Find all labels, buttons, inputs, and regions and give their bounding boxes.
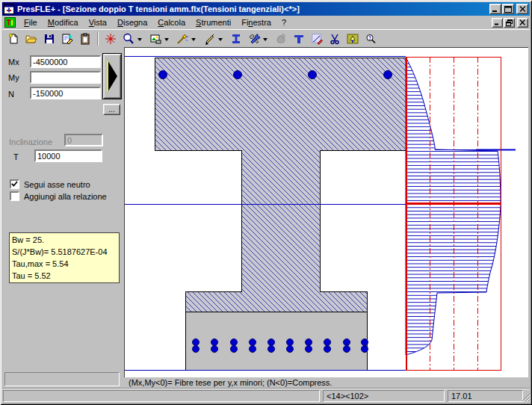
menu-bar: FileModificaVistaDisegnaCalcolaStrumenti…	[2, 16, 530, 29]
resize-grip[interactable]	[522, 393, 531, 404]
tools-button[interactable]	[245, 31, 263, 47]
status-hint: (Mx,My<0)= Fibre tese per y,x minori; (N…	[129, 377, 517, 388]
result-line: Tau,max = 5.54	[12, 258, 117, 270]
t-label: T	[13, 152, 19, 161]
t-section-icon	[293, 33, 305, 45]
cut-icon	[329, 33, 341, 45]
menu-strumenti[interactable]: Strumenti	[191, 16, 236, 29]
check-icon	[11, 181, 18, 188]
menu-disegna[interactable]: Disegna	[112, 16, 152, 29]
more-options-button[interactable]: ...	[103, 104, 120, 115]
n-label: N	[8, 90, 14, 99]
inclinazione-label: Inclinazione	[9, 137, 52, 146]
stirrup-button	[272, 31, 290, 47]
menu-finestra[interactable]: Finestra	[236, 16, 276, 29]
dropdown-arrow-icon[interactable]	[218, 38, 223, 43]
statusbar-cell-main	[3, 390, 320, 402]
new-button[interactable]	[4, 31, 22, 47]
mdi-close-icon	[519, 19, 526, 25]
origin-button[interactable]	[102, 31, 120, 47]
document-icon[interactable]	[4, 17, 16, 28]
close-icon	[519, 6, 526, 12]
mx-input[interactable]	[30, 55, 101, 68]
paste-button[interactable]	[76, 31, 94, 47]
find-button[interactable]	[362, 31, 380, 47]
t-input[interactable]	[34, 149, 102, 162]
menu-vista[interactable]: Vista	[84, 16, 112, 29]
view-button[interactable]	[146, 31, 164, 47]
toolbar-separator	[97, 32, 99, 46]
tools-icon	[248, 33, 260, 45]
maximize-icon	[504, 6, 512, 13]
checkbox-box[interactable]	[10, 179, 19, 189]
pen-icon	[203, 33, 215, 45]
wand-button[interactable]	[173, 31, 191, 47]
lamp-button[interactable]	[344, 31, 362, 47]
apply-loads-button[interactable]	[102, 53, 122, 99]
dropdown-arrow-icon[interactable]	[137, 38, 142, 43]
i-section-button[interactable]	[227, 31, 245, 47]
app-icon	[4, 4, 14, 14]
result-line: Tau = 5.52	[12, 270, 117, 282]
mdi-restore-button[interactable]	[504, 18, 515, 28]
dropdown-arrow-icon[interactable]	[263, 38, 267, 43]
t-section-button[interactable]	[290, 31, 308, 47]
report-icon	[61, 33, 73, 45]
chart-icon	[311, 33, 323, 45]
minimize-icon	[492, 6, 499, 13]
message-box	[4, 372, 120, 386]
menu-calcola[interactable]: Calcola	[152, 16, 191, 29]
mdi-minimize-icon	[494, 19, 501, 25]
zoom-icon	[123, 33, 134, 45]
maximize-button[interactable]	[502, 4, 514, 14]
concrete-section	[155, 58, 406, 370]
close-button[interactable]	[516, 4, 528, 14]
drawing-canvas	[124, 47, 528, 377]
apply-arrow-icon	[105, 57, 120, 96]
paste-icon	[79, 33, 91, 45]
open-button[interactable]	[22, 31, 40, 47]
window-title: PresFLE+ - [Sezione doppio T tensioni am…	[17, 4, 300, 13]
report-button[interactable]	[58, 31, 76, 47]
toolbar	[2, 29, 530, 47]
title-bar: PresFLE+ - [Sezione doppio T tensioni am…	[2, 2, 530, 16]
statusbar-cell-time: 17.01	[448, 390, 523, 402]
statusbar-cell-coords: <14><102>	[323, 390, 445, 402]
result-line: S/(J*Bw)= 5.5187627E-04	[12, 246, 117, 258]
menu-[interactable]: ?	[276, 16, 291, 29]
origin-icon	[105, 33, 117, 45]
segui-asse-neutro-checkbox[interactable]: Segui asse neutro	[10, 179, 90, 189]
menu-items: FileModificaVistaDisegnaCalcolaStrumenti…	[19, 16, 291, 29]
my-input[interactable]	[30, 71, 101, 84]
checkbox-box[interactable]	[10, 191, 19, 201]
wand-icon	[176, 33, 188, 45]
dropdown-arrow-icon[interactable]	[191, 38, 196, 43]
dropdown-arrow-icon[interactable]	[164, 38, 169, 43]
view-icon	[149, 33, 161, 45]
mx-label: Mx	[8, 58, 19, 67]
resize-grip-icon	[522, 393, 531, 402]
results-box: Bw = 25. S/(J*Bw)= 5.5187627E-04 Tau,max…	[9, 232, 120, 283]
find-icon	[365, 33, 377, 45]
minimize-button[interactable]	[489, 4, 501, 14]
divider	[2, 388, 530, 389]
my-label: My	[8, 73, 19, 82]
menu-modifica[interactable]: Modifica	[43, 16, 84, 29]
chart-button[interactable]	[308, 31, 326, 47]
aggiungi-relazione-checkbox[interactable]: Aggiungi alla relazione	[10, 191, 107, 201]
save-button[interactable]	[40, 31, 58, 47]
i-section-icon	[230, 33, 242, 45]
pen-button[interactable]	[200, 31, 218, 47]
mdi-restore-icon	[506, 19, 513, 26]
n-input[interactable]	[30, 87, 101, 99]
mdi-minimize-button[interactable]	[492, 18, 503, 28]
cut-button[interactable]	[326, 31, 344, 47]
app-window: PresFLE+ - [Sezione doppio T tensioni am…	[0, 0, 532, 405]
shear-stress-diagram	[406, 57, 516, 371]
zoom-button[interactable]	[120, 31, 137, 47]
menu-file[interactable]: File	[19, 16, 43, 29]
save-icon	[43, 33, 55, 45]
checkbox-label: Segui asse neutro	[24, 180, 90, 189]
mdi-close-button[interactable]	[517, 18, 528, 28]
inclinazione-input	[64, 134, 103, 146]
